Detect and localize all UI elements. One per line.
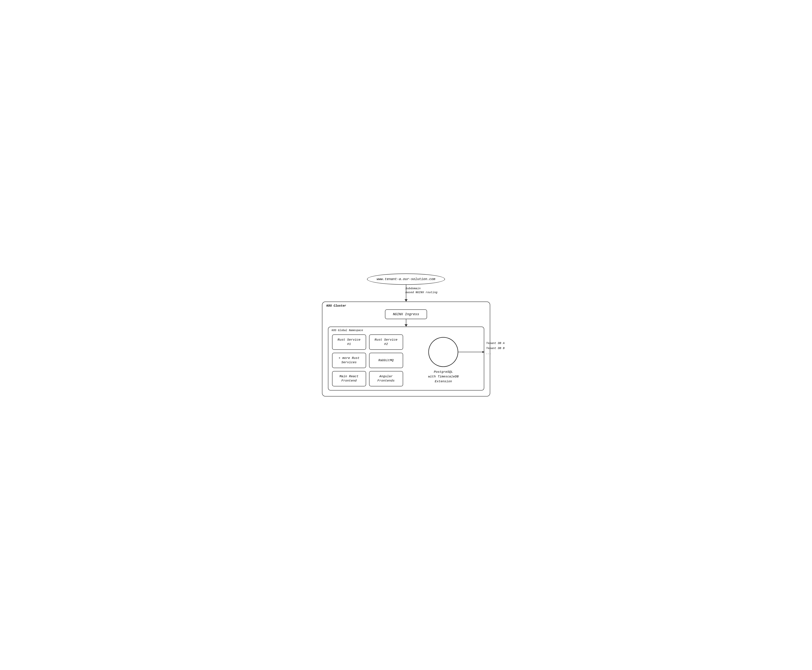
top-domain-ellipse: www.tenant-a.our-solution.com — [367, 274, 445, 285]
postgres-section: PostgreSQL with TimescaleDB Extension — [407, 335, 480, 386]
nginx-ingress-box: NGINX Ingress — [385, 310, 427, 319]
svg-marker-1 — [482, 351, 485, 353]
k8s-cluster-label: K8S Cluster — [326, 304, 346, 308]
domain-label: www.tenant-a.our-solution.com — [377, 277, 435, 281]
architecture-diagram: www.tenant-a.our-solution.com Subdomain … — [322, 274, 490, 396]
rust-service-1-box: Rust Service#1 — [332, 335, 366, 350]
arrow-head-2 — [404, 324, 408, 327]
postgres-circle — [428, 337, 458, 367]
tenant-db-more-label: ... — [486, 351, 504, 356]
k8s-cluster-box: K8S Cluster NGINX Ingress K8S Global Nam… — [322, 301, 490, 396]
arrow-nginx-to-namespace — [404, 319, 408, 327]
tenant-db-a-label: Tenant DB A — [486, 341, 504, 346]
angular-frontends-box: AngularFrontends — [369, 371, 403, 386]
arrow-line-2 — [406, 319, 406, 324]
tenant-db-b-label: Tenant DB B — [486, 346, 504, 351]
postgres-label: PostgreSQL with TimescaleDB Extension — [428, 370, 458, 384]
rabbitmq-box: RabbitMQ — [369, 353, 403, 368]
arrow-ellipse-to-cluster: Subdomain based NGINX routing — [404, 285, 408, 301]
main-react-frontend-box: Main ReactFrontend — [332, 371, 366, 386]
cluster-inner: NGINX Ingress K8S Global Namespace Rust … — [328, 310, 484, 391]
routing-label: Subdomain based NGINX routing — [405, 287, 437, 294]
k8s-namespace-box: K8S Global Namespace Rust Service#1 Rust… — [328, 327, 484, 391]
services-grid: Rust Service#1 Rust Service#2 + more Rus… — [332, 335, 403, 386]
rust-service-2-box: Rust Service#2 — [369, 335, 403, 350]
namespace-inner: Rust Service#1 Rust Service#2 + more Rus… — [332, 335, 480, 386]
tenant-labels: Tenant DB A Tenant DB B ... — [486, 341, 504, 356]
arrow-head-1 — [404, 299, 408, 301]
nginx-ingress-label: NGINX Ingress — [393, 312, 419, 316]
more-rust-services-box: + more RustServices — [332, 353, 366, 368]
k8s-namespace-label: K8S Global Namespace — [332, 329, 363, 332]
